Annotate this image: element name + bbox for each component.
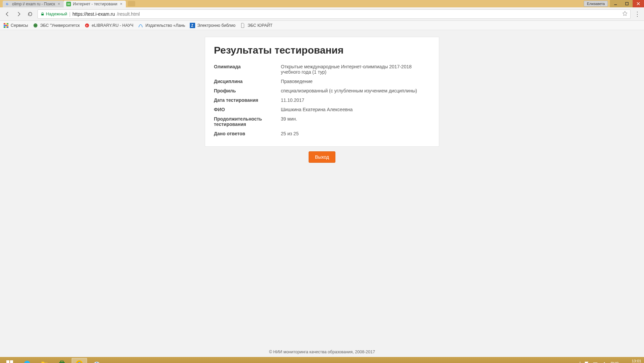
svg-rect-5 (42, 14, 44, 15)
value: 39 мин. (281, 116, 430, 122)
bookmark-star-icon[interactable] (622, 11, 628, 17)
taskbar-paint[interactable] (89, 358, 104, 363)
svg-point-16 (24, 361, 30, 363)
bookmark-label: Издательство «Лань (145, 23, 185, 28)
svg-rect-2 (626, 2, 628, 5)
page-title: Результаты тестирования (214, 45, 430, 56)
url-host: https://test.i-exam.ru (72, 11, 115, 17)
label: Олимпиада (214, 64, 281, 69)
window-maximize-button[interactable] (621, 0, 633, 7)
tray-battery-icon[interactable] (593, 361, 598, 363)
tray-clock[interactable]: 13:01 11.10.2017 (622, 359, 641, 363)
taskbar-explorer[interactable] (37, 358, 52, 363)
start-button[interactable] (2, 358, 17, 363)
value: Шишкина Екатерина Алексеевна (281, 107, 430, 112)
svg-text:Z: Z (191, 23, 193, 27)
chrome-menu-button[interactable]: ⋮ (634, 11, 641, 17)
system-tray: ˄ РУС 13:01 11.10.2017 (579, 357, 641, 363)
chrome-user-chip[interactable]: Елизавета (584, 1, 608, 7)
tab-close-icon[interactable]: × (120, 2, 122, 6)
mail-favicon-icon: ✉ (66, 2, 71, 6)
value: 11.10.2017 (281, 97, 430, 103)
row-fio: ФИОШишкина Екатерина Алексеевна (214, 105, 430, 114)
value: 25 из 25 (281, 131, 430, 136)
google-favicon-icon: G (5, 2, 10, 6)
exit-button[interactable]: Выход (309, 151, 335, 163)
separator: | (69, 11, 71, 17)
secure-indicator: Надежный (41, 11, 67, 16)
svg-rect-13 (10, 360, 13, 363)
page-footer: © НИИ мониторинга качества образования, … (0, 348, 644, 357)
svg-rect-12 (6, 360, 9, 363)
svg-rect-18 (61, 361, 63, 362)
bookmark-label: Сервисы (11, 23, 28, 28)
row-olympiad: ОлимпиадаОткрытые международные Интернет… (214, 62, 430, 77)
globe-icon (33, 23, 38, 28)
browser-tab-iexam[interactable]: ✉ Интернет - тестировани × (64, 1, 126, 7)
bookmark-urait[interactable]: ЭБС ЮРАЙТ (240, 23, 272, 28)
bookmark-label: ЭБС "Университетск (40, 23, 80, 28)
bookmark-label: eLIBRARY.RU - НАУЧ (92, 23, 133, 28)
row-profile: Профильспециализированный (с углубленным… (214, 86, 430, 95)
row-discipline: ДисциплинаПравоведение (214, 77, 430, 86)
tray-flag-icon[interactable] (584, 361, 590, 363)
tray-time: 13:01 (622, 359, 641, 363)
row-duration: Продолжительность тестирования39 мин. (214, 114, 430, 129)
nav-back-button[interactable] (3, 10, 11, 18)
label: Дата тестирования (214, 97, 281, 103)
tab-title: olimp i/ exam ru - Поиск (12, 2, 55, 6)
tab-title: Интернет - тестировани (73, 2, 117, 6)
bookmark-apps[interactable]: Сервисы (3, 23, 28, 28)
z-icon: Z (190, 23, 195, 28)
document-icon (240, 23, 245, 28)
nav-reload-button[interactable] (26, 10, 34, 18)
label: Продолжительность тестирования (214, 116, 281, 127)
url-path: /result.html (117, 11, 140, 17)
secure-label: Надежный (46, 11, 67, 16)
tray-volume-icon[interactable] (602, 361, 607, 363)
label: Дисциплина (214, 79, 281, 84)
elibrary-icon: e (84, 23, 90, 28)
taskbar-store[interactable] (54, 358, 70, 363)
results-card: Результаты тестирования ОлимпиадаОткрыты… (205, 37, 439, 147)
taskbar-ie[interactable] (19, 358, 35, 363)
label: Дано ответов (214, 131, 281, 136)
window-minimize-button[interactable] (610, 0, 621, 7)
tray-overflow-icon[interactable]: ˄ (579, 361, 581, 363)
nav-forward-button[interactable] (15, 10, 23, 18)
svg-text:G: G (6, 2, 8, 6)
value: Открытые международные Интернет-олимпиад… (281, 64, 430, 75)
row-answered: Дано ответов25 из 25 (214, 129, 430, 138)
bookmark-lan[interactable]: Издательство «Лань (138, 23, 185, 28)
browser-tabs: G olimp i/ exam ru - Поиск × ✉ Интернет … (0, 0, 135, 7)
window-close-button[interactable] (633, 0, 644, 7)
label: ФИО (214, 107, 281, 112)
value: специализированный (с углубленным изучен… (281, 88, 430, 93)
taskbar-chrome[interactable] (72, 358, 87, 363)
bookmarks-bar: Сервисы ЭБС "Университетск e eLIBRARY.RU… (0, 21, 644, 30)
label: Профиль (214, 88, 281, 93)
value: Правоведение (281, 79, 430, 84)
bookmark-ebs-univ[interactable]: ЭБС "Университетск (33, 23, 80, 28)
bookmark-znanium[interactable]: Z Электронно библио (190, 23, 235, 28)
browser-toolbar: Надежный | https://test.i-exam.ru/result… (0, 7, 644, 21)
apps-grid-icon (3, 23, 9, 28)
bookmark-elibrary[interactable]: e eLIBRARY.RU - НАУЧ (84, 23, 133, 28)
windows-taskbar: ˄ РУС 13:01 11.10.2017 (0, 357, 644, 363)
page-viewport: Результаты тестирования ОлимпиадаОткрыты… (0, 30, 644, 357)
tab-close-icon[interactable]: × (58, 2, 60, 6)
new-tab-button[interactable] (128, 1, 135, 6)
row-date: Дата тестирования11.10.2017 (214, 95, 430, 105)
window-titlebar: G olimp i/ exam ru - Поиск × ✉ Интернет … (0, 0, 644, 7)
svg-text:e: e (86, 24, 88, 27)
address-bar[interactable]: Надежный | https://test.i-exam.ru/result… (37, 9, 631, 19)
bookmark-label: Электронно библио (197, 23, 235, 28)
lan-icon (138, 23, 143, 28)
svg-point-6 (33, 23, 37, 27)
bookmark-label: ЭБС ЮРАЙТ (247, 23, 272, 28)
browser-tab-google[interactable]: G olimp i/ exam ru - Поиск × (3, 1, 64, 7)
tray-language[interactable]: РУС (611, 361, 619, 363)
lock-icon (41, 12, 45, 16)
